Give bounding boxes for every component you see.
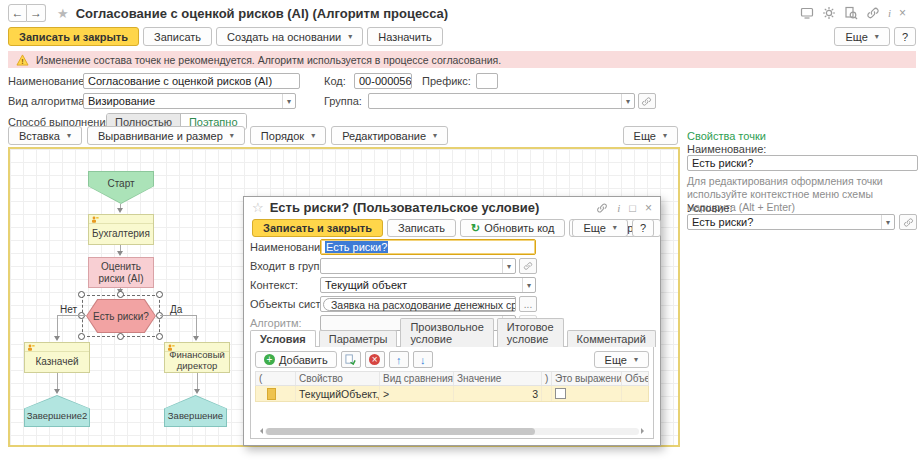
dialog-group-input[interactable]: ▾ (320, 258, 516, 274)
condition-link-button[interactable] (899, 214, 917, 230)
flow-node-accounting[interactable]: Бухгалтерия (88, 214, 154, 245)
insert-button[interactable]: Вставка▾ (8, 126, 82, 145)
column-comparison[interactable]: Вид сравнения (380, 372, 454, 385)
column-close-paren[interactable]: ) (542, 372, 552, 385)
column-join-with[interactable]: Объединение с (622, 372, 648, 385)
column-is-expression[interactable]: Это выражение (552, 372, 622, 385)
move-up-button[interactable]: ↑ (389, 351, 409, 368)
cell-join-with[interactable] (622, 386, 648, 401)
link-icon[interactable] (866, 6, 880, 20)
dialog-more-button[interactable]: Еще▾ (572, 219, 627, 237)
dialog-objects-field[interactable]: Заявка на расходование денежных средств … (320, 296, 516, 312)
dialog-help-button[interactable]: ? (632, 219, 654, 237)
dialog-objects-ellipsis-button[interactable]: ... (519, 296, 537, 312)
column-property[interactable]: Свойство (296, 372, 380, 385)
tab-conditions[interactable]: Условия (250, 330, 316, 347)
more-button[interactable]: Еще▾ (834, 27, 889, 46)
chevron-down-icon[interactable]: ▾ (502, 259, 511, 273)
object-tag[interactable]: Заявка на расходование денежных средств … (323, 298, 516, 311)
selection-handle[interactable] (78, 291, 85, 298)
chevron-down-icon[interactable]: ▾ (522, 278, 531, 292)
group-link-button[interactable] (638, 93, 656, 109)
create-based-button[interactable]: Создать на основании▾ (216, 27, 363, 46)
help-button[interactable]: ? (894, 27, 916, 46)
flow-node-decision[interactable]: Есть риски? (86, 299, 156, 333)
flow-node-assess[interactable]: Оценить риски (AI) (88, 257, 154, 288)
nav-forward-button[interactable]: → (27, 4, 46, 22)
cell-value[interactable]: 3 (454, 386, 542, 401)
point-name-input[interactable]: Есть риски? (687, 155, 918, 171)
order-button[interactable]: Порядок▾ (250, 126, 326, 145)
horizontal-scrollbar[interactable] (257, 427, 647, 435)
dialog-save-close-button[interactable]: Записать и закрыть (252, 219, 383, 237)
code-input[interactable]: 00-000056 (354, 73, 412, 89)
cell-close-paren[interactable] (542, 386, 552, 401)
flow-node-end2[interactable]: Завершение2 (24, 395, 90, 427)
add-row-button[interactable]: + Добавить (255, 351, 337, 368)
is-expression-checkbox[interactable] (555, 388, 566, 399)
flow-node-start[interactable]: Старт (88, 171, 154, 204)
assign-button[interactable]: Назначить (367, 27, 443, 46)
nav-back-button[interactable]: ← (8, 4, 27, 22)
column-open-paren[interactable]: ( (256, 372, 296, 385)
cell-property[interactable]: ТекущийОбъект.Доп... (296, 386, 380, 401)
move-down-button[interactable]: ↓ (413, 351, 433, 368)
scrollbar-track[interactable] (265, 428, 639, 435)
dialog-save-button[interactable]: Записать (387, 219, 456, 237)
maximize-icon[interactable]: □ (629, 202, 636, 214)
chevron-down-icon[interactable]: ▾ (282, 94, 291, 108)
selection-handle[interactable] (117, 333, 124, 340)
tab-custom-condition-label: Произвольное условие (410, 321, 483, 345)
add-row-label: Добавить (279, 354, 328, 366)
chevron-down-icon[interactable]: ▾ (881, 215, 890, 229)
delete-row-button[interactable]: × (365, 351, 385, 368)
refresh-code-button[interactable]: ↻Обновить код (460, 219, 565, 237)
copy-row-button[interactable] (341, 351, 361, 368)
scrollbar-thumb[interactable] (266, 428, 535, 435)
name-input[interactable]: Согласование с оценкой рисков (AI) (83, 73, 300, 89)
command-bar-right: Еще▾ ? (834, 27, 916, 46)
info-icon[interactable]: i (617, 202, 620, 214)
tab-custom-condition[interactable]: Произвольное условие (400, 318, 493, 347)
flow-node-end1[interactable]: Завершение (164, 395, 227, 427)
dialog-name-input[interactable]: Есть риски? (320, 239, 536, 255)
table-row[interactable]: ТекущийОбъект.Доп... > 3 (255, 386, 649, 402)
group-input[interactable]: ▾ (368, 93, 635, 109)
search-document-icon[interactable] (844, 6, 858, 20)
selection-handle[interactable] (78, 333, 85, 340)
favorite-star-icon[interactable]: ☆ (252, 200, 264, 215)
flow-node-fin-director[interactable]: Финансовый директор (164, 342, 230, 373)
settings-gear-icon[interactable] (822, 6, 836, 20)
close-icon[interactable]: × (899, 6, 906, 20)
chevron-down-icon[interactable]: ▾ (621, 94, 630, 108)
column-value[interactable]: Значение (454, 372, 542, 385)
prefix-input[interactable] (476, 73, 498, 89)
kind-select[interactable]: Визирование▾ (83, 93, 296, 109)
dialog-context-select[interactable]: Текущий объект▾ (320, 277, 536, 293)
cell-comparison[interactable]: > (380, 386, 454, 401)
table-more-button[interactable]: Еще▾ (594, 351, 649, 368)
link-icon[interactable] (596, 202, 608, 214)
condition-dialog: ☆ Есть риски? (Пользовательское условие)… (243, 196, 661, 446)
dialog-group-link-button[interactable] (519, 258, 537, 274)
save-close-button[interactable]: Записать и закрыть (8, 27, 139, 46)
flow-node-treasurer[interactable]: Казначей (24, 342, 90, 373)
back-icon: ← (12, 6, 24, 20)
scroll-left-icon[interactable] (257, 428, 263, 434)
condition-input[interactable]: Есть риски?▾ (687, 214, 895, 230)
edit-button[interactable]: Редактирование▾ (331, 126, 448, 145)
selection-handle[interactable] (156, 333, 163, 340)
tab-comment[interactable]: Комментарий (567, 330, 656, 347)
selection-handle[interactable] (117, 291, 124, 298)
close-icon[interactable]: × (645, 201, 652, 215)
canvas-more-button[interactable]: Еще▾ (623, 126, 678, 145)
scroll-right-icon[interactable] (641, 428, 647, 434)
display-icon[interactable] (800, 6, 814, 20)
align-size-button[interactable]: Выравнивание и размер▾ (87, 126, 245, 145)
selection-handle[interactable] (156, 291, 163, 298)
favorite-star-icon[interactable]: ★ (57, 6, 69, 21)
save-button[interactable]: Записать (143, 27, 212, 46)
tab-parameters[interactable]: Параметры (319, 330, 398, 347)
tab-total-condition[interactable]: Итоговое условие (497, 318, 564, 347)
info-icon[interactable]: i (888, 7, 891, 19)
